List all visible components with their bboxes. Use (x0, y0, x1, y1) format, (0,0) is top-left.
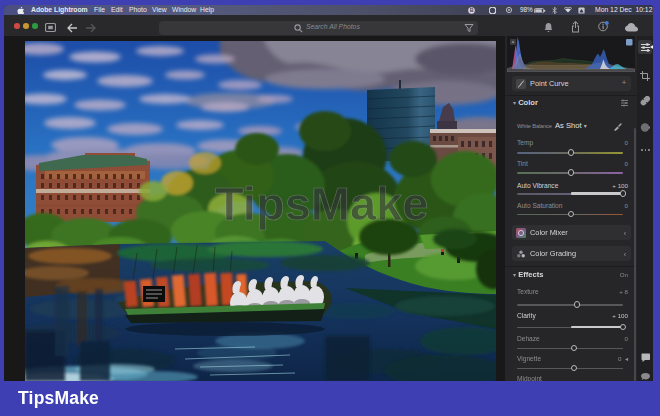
svg-text:TipsMake: TipsMake (215, 177, 428, 230)
svg-text:B: B (470, 7, 474, 13)
